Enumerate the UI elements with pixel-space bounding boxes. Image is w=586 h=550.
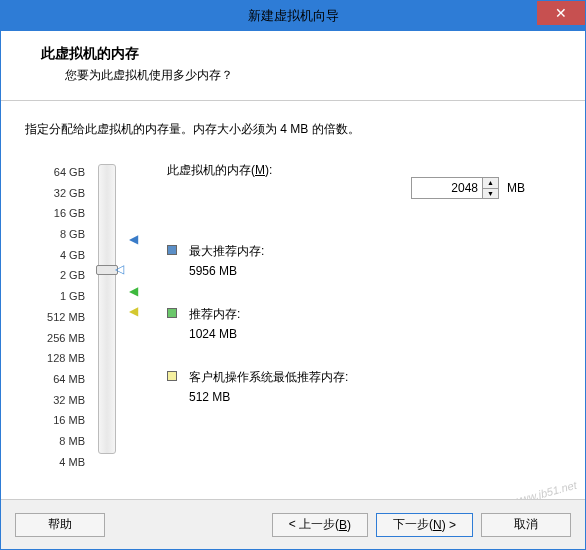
memory-input[interactable] [411,177,483,199]
slider-track[interactable] [98,164,116,454]
scale-label: 4 MB [59,452,85,473]
wizard-window: 新建虚拟机向导 ✕ 此虚拟机的内存 您要为此虚拟机使用多少内存？ 指定分配给此虚… [0,0,586,550]
wizard-body: 指定分配给此虚拟机的内存量。内存大小必须为 4 MB 的倍数。 64 GB 32… [1,101,585,472]
next-button[interactable]: 下一步(N) > [376,513,473,537]
close-icon: ✕ [555,5,567,21]
scale-label: 8 GB [60,224,85,245]
spinner-up-icon[interactable]: ▲ [483,178,498,189]
back-button[interactable]: < 上一步(B) [272,513,368,537]
scale-label: 512 MB [47,307,85,328]
help-button[interactable]: 帮助 [15,513,105,537]
scale-label: 4 GB [60,245,85,266]
square-icon [167,308,177,318]
memory-slider[interactable] [95,162,119,472]
min-rec-value: 512 MB [189,390,348,404]
scale-label: 32 MB [53,390,85,411]
scale-label: 1 GB [60,286,85,307]
memory-config-area: 64 GB 32 GB 16 GB 8 GB 4 GB 2 GB 1 GB 51… [25,162,561,472]
close-button[interactable]: ✕ [537,1,585,25]
memory-scale-labels: 64 GB 32 GB 16 GB 8 GB 4 GB 2 GB 1 GB 51… [25,162,85,472]
memory-unit: MB [507,181,525,195]
max-recommended-row: 最大推荐内存: 5956 MB [167,243,561,278]
min-rec-label: 客户机操作系统最低推荐内存: [189,369,348,386]
triangle-left-icon: ◀ [129,304,138,318]
description-text: 指定分配给此虚拟机的内存量。内存大小必须为 4 MB 的倍数。 [25,121,561,138]
titlebar[interactable]: 新建虚拟机向导 ✕ [1,1,585,31]
scale-label: 16 MB [53,410,85,431]
max-rec-label: 最大推荐内存: [189,243,264,260]
memory-spinner[interactable]: ▲ ▼ [483,177,499,199]
recommended-row: 推荐内存: 1024 MB [167,306,561,341]
scale-label: 256 MB [47,328,85,349]
spinner-down-icon[interactable]: ▼ [483,189,498,199]
scale-label: 8 MB [59,431,85,452]
rec-value: 1024 MB [189,327,240,341]
triangle-left-icon: ◁ [115,262,124,276]
wizard-footer: 帮助 < 上一步(B) 下一步(N) > 取消 [1,499,585,549]
rec-text: 客户机操作系统最低推荐内存: 512 MB [189,369,348,404]
scale-label: 2 GB [60,265,85,286]
scale-label: 32 GB [54,183,85,204]
memory-info: 此虚拟机的内存(M): 最大推荐内存: 5956 MB 推荐内存: 1024 M… [157,162,561,472]
memory-field-label: 此虚拟机的内存(M): [167,162,272,179]
square-icon [167,371,177,381]
window-title: 新建虚拟机向导 [248,7,339,25]
page-subtitle: 您要为此虚拟机使用多少内存？ [41,67,565,84]
cancel-button[interactable]: 取消 [481,513,571,537]
rec-label: 推荐内存: [189,306,240,323]
page-title: 此虚拟机的内存 [41,45,565,63]
scale-label: 16 GB [54,203,85,224]
wizard-header: 此虚拟机的内存 您要为此虚拟机使用多少内存？ [1,31,585,101]
memory-markers: ◀ ◁ ◀ ◀ [129,162,147,472]
triangle-left-icon: ◀ [129,232,138,246]
rec-text: 推荐内存: 1024 MB [189,306,240,341]
memory-input-group: ▲ ▼ MB [411,177,525,199]
scale-label: 64 MB [53,369,85,390]
rec-text: 最大推荐内存: 5956 MB [189,243,264,278]
triangle-left-icon: ◀ [129,284,138,298]
square-icon [167,245,177,255]
min-recommended-row: 客户机操作系统最低推荐内存: 512 MB [167,369,561,404]
scale-label: 64 GB [54,162,85,183]
scale-label: 128 MB [47,348,85,369]
max-rec-value: 5956 MB [189,264,264,278]
